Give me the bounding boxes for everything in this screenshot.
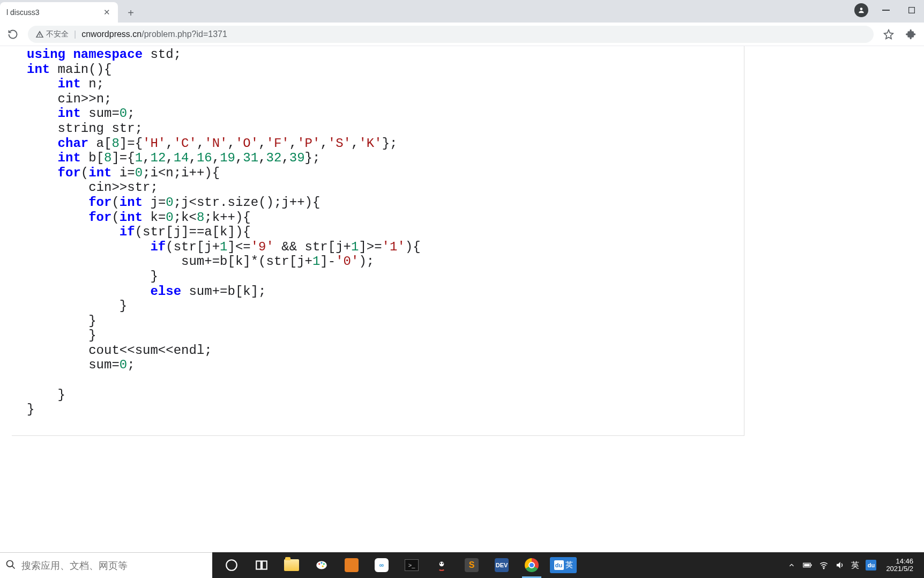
extensions-button[interactable] (904, 27, 919, 42)
svg-rect-2 (909, 8, 915, 13)
clock-time: 14:46 (896, 558, 913, 565)
qq-button[interactable] (427, 552, 457, 578)
tray-lang[interactable]: 英 (851, 560, 859, 570)
svg-rect-19 (804, 564, 810, 567)
orange-app-icon (345, 558, 359, 572)
svg-point-10 (321, 562, 322, 564)
security-label: 不安全 (46, 29, 69, 39)
file-explorer-button[interactable] (277, 552, 307, 578)
reload-button[interactable] (5, 27, 20, 42)
search-placeholder: 搜索应用、文档、网页等 (21, 559, 128, 572)
address-bar: 不安全 | cnwordpress.cn/problem.php?id=1371 (0, 23, 924, 46)
ime-badge: du (554, 560, 564, 570)
omnibox[interactable]: 不安全 | cnwordpress.cn/problem.php?id=1371 (28, 26, 874, 43)
app-orange-button[interactable] (337, 552, 367, 578)
svg-point-9 (318, 563, 320, 565)
new-tab-button[interactable]: + (123, 5, 138, 20)
windows-taskbar: 搜索应用、文档、网页等 ∞ >_ S DEV du 英 (0, 552, 924, 578)
url-path: /problem.php?id=1371 (141, 29, 227, 39)
taskbar-clock[interactable]: 14:46 2021/5/2 (883, 558, 916, 573)
cortana-button[interactable] (217, 552, 247, 578)
security-warning-icon: 不安全 (35, 29, 69, 39)
blue-app-icon: ∞ (375, 558, 389, 572)
maximize-window-button[interactable] (904, 2, 920, 18)
taskbar-search[interactable]: 搜索应用、文档、网页等 (0, 552, 212, 578)
page-content: using namespace std; int main(){ int n; … (0, 46, 924, 578)
system-tray: 英 du 14:46 2021/5/2 (787, 558, 920, 573)
svg-rect-7 (262, 561, 267, 569)
search-icon (5, 559, 16, 572)
code-text: using namespace std; int main(){ int n; … (12, 46, 744, 417)
svg-point-16 (442, 562, 443, 564)
tab-title: l discuss3 (6, 8, 102, 17)
bookmark-star-button[interactable] (881, 27, 896, 42)
ime-indicator-left[interactable]: du 英 (550, 557, 577, 573)
browser-tab[interactable]: l discuss3 ✕ (0, 2, 118, 23)
taskbar-main: ∞ >_ S DEV du 英 英 du 14:46 (212, 552, 924, 578)
wifi-icon[interactable] (819, 560, 829, 570)
tray-du-badge[interactable]: du (866, 560, 876, 570)
chrome-icon (525, 558, 539, 572)
svg-rect-6 (256, 561, 261, 569)
svg-point-5 (226, 560, 237, 570)
folder-icon (284, 559, 299, 571)
url-host: cnwordpress.cn (81, 29, 141, 39)
svg-rect-1 (882, 10, 890, 11)
terminal-icon: >_ (405, 559, 419, 571)
profile-avatar-button[interactable] (854, 3, 868, 17)
svg-point-20 (824, 568, 825, 569)
tab-strip: l discuss3 ✕ + (0, 0, 924, 23)
clock-date: 2021/5/2 (886, 565, 913, 573)
svg-point-0 (860, 8, 863, 10)
svg-rect-18 (811, 565, 812, 566)
volume-icon[interactable] (835, 560, 845, 570)
devcpp-button[interactable]: DEV (487, 552, 517, 578)
svg-point-3 (7, 560, 13, 567)
code-block: using namespace std; int main(){ int n; … (12, 46, 744, 436)
separator: | (74, 29, 76, 39)
svg-line-4 (12, 566, 15, 568)
paint-button[interactable] (307, 552, 337, 578)
tray-chevron-icon[interactable] (787, 560, 796, 570)
ime-lang: 英 (565, 560, 573, 570)
svg-point-14 (439, 562, 444, 567)
dev-icon: DEV (495, 558, 509, 572)
task-view-button[interactable] (247, 552, 277, 578)
sublime-icon: S (465, 558, 479, 572)
chrome-button[interactable] (517, 552, 547, 578)
battery-icon[interactable] (803, 560, 813, 570)
svg-point-15 (440, 562, 441, 564)
app-blue-button[interactable]: ∞ (367, 552, 397, 578)
sublime-button[interactable]: S (457, 552, 487, 578)
minimize-window-button[interactable] (878, 2, 894, 18)
svg-point-11 (323, 563, 325, 565)
terminal-button[interactable]: >_ (397, 552, 427, 578)
svg-point-12 (322, 566, 324, 567)
close-tab-button[interactable]: ✕ (102, 8, 111, 17)
